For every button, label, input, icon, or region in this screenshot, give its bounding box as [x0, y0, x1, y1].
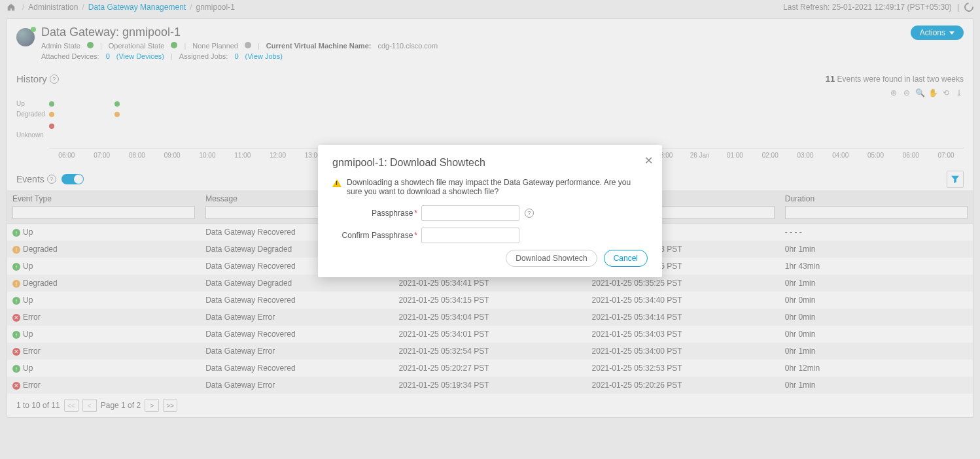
- confirm-passphrase-input[interactable]: [421, 228, 519, 243]
- help-icon[interactable]: ?: [525, 209, 534, 218]
- close-icon[interactable]: ✕: [644, 154, 653, 167]
- download-showtech-modal: ✕ gnmipool-1: Download Showtech Download…: [318, 145, 662, 277]
- confirm-passphrase-label: Confirm Passphrase*: [332, 231, 417, 240]
- passphrase-input[interactable]: [421, 205, 519, 221]
- modal-backdrop: ✕ gnmipool-1: Download Showtech Download…: [0, 0, 980, 459]
- cancel-button[interactable]: Cancel: [604, 250, 648, 267]
- download-showtech-button[interactable]: Download Showtech: [506, 250, 597, 267]
- passphrase-label: Passphrase*: [332, 209, 417, 218]
- modal-title: gnmipool-1: Download Showtech: [332, 157, 648, 169]
- warning-icon: [332, 179, 341, 187]
- modal-warning: Downloading a showtech file may impact t…: [347, 178, 648, 196]
